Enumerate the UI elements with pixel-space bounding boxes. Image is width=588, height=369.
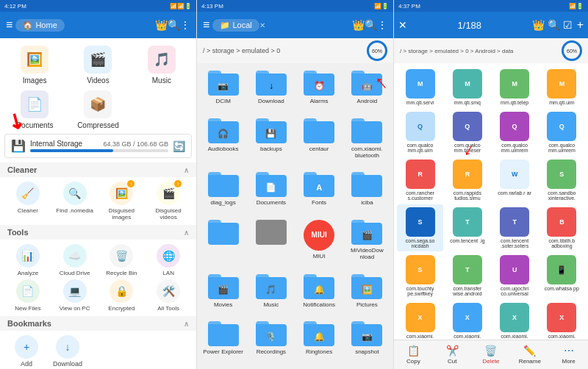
close-icon-p3[interactable]: ✕ bbox=[398, 19, 407, 31]
folder-mivideo-download[interactable]: 🎬 MiVideoDow nload bbox=[344, 217, 390, 270]
category-videos[interactable]: 🎬 Videos bbox=[69, 46, 126, 85]
home-tab-p1[interactable]: 🏠 Home bbox=[15, 19, 64, 32]
storage-circle-p2: 60% bbox=[367, 40, 387, 61]
tool-disguised-videos[interactable]: 🎬 ! Disguised videos bbox=[146, 182, 190, 221]
storage-refresh-icon[interactable]: 🔄 bbox=[173, 140, 185, 152]
rename-button-p3[interactable]: ✏️ Rename bbox=[510, 343, 549, 366]
app-com-transferwise[interactable]: T com.transfer wise.android bbox=[444, 252, 490, 299]
app-com-ranchers-icon: R bbox=[406, 160, 435, 189]
check-icon-p3[interactable]: ☑ bbox=[563, 19, 573, 31]
folder-download[interactable]: ↓ Download bbox=[248, 68, 294, 114]
app-com-xiaomi-bt-ov-label: com.xiaomi. bluetooth.ov bbox=[493, 334, 536, 340]
app-mm-qti-telep[interactable]: M mm.qti.telep bbox=[492, 66, 538, 108]
app-com-qualco-uim[interactable]: Q com.qualco mm.qti.uim bbox=[397, 109, 443, 156]
app-com-qualco-uimrem2[interactable]: Q com.qualco mm.uimrem bbox=[539, 109, 585, 156]
folder-backups-icon: 💾 bbox=[256, 118, 287, 143]
folder-notifications[interactable]: 🔔 Notifications bbox=[296, 271, 343, 318]
folder-centaur[interactable]: centaur bbox=[296, 115, 343, 168]
tool-lan[interactable]: 🌐 LAN bbox=[146, 244, 190, 276]
app-com-whatsapp[interactable]: 📱 com.whatsa pp bbox=[539, 252, 585, 299]
category-music[interactable]: 🎵 Music bbox=[133, 46, 190, 85]
tool-view-pc[interactable]: 💻 View on PC bbox=[53, 279, 97, 312]
app-com-xiaomi-cameratools[interactable]: X com.xiaomi. cameratools bbox=[539, 300, 585, 340]
folder-miui[interactable]: MIUI MIUI bbox=[296, 217, 343, 270]
app-com-qualco-uimrem1[interactable]: Q com.qualco mm.uimrem bbox=[492, 109, 538, 156]
app-com-rappids[interactable]: R com.rappids tudios.simu bbox=[444, 157, 490, 204]
folder-diag-logs[interactable]: diag_logs bbox=[200, 169, 246, 215]
folder-pictures[interactable]: 🖼️ Pictures bbox=[344, 271, 390, 318]
folder-movies[interactable]: 🎬 Movies bbox=[200, 271, 246, 318]
app-com-sandbox[interactable]: S com.sandbo xinteractive. bbox=[539, 157, 585, 204]
search-icon-p1[interactable]: 🔍 bbox=[168, 19, 180, 31]
local-tab-p2[interactable]: 📁 Local bbox=[212, 19, 259, 32]
tool-analyze[interactable]: 📊 Analyze bbox=[6, 244, 50, 276]
app-com-touchtype[interactable]: S com.touchty pe.swiftkey bbox=[397, 252, 443, 299]
crown-icon-p2[interactable]: 👑 bbox=[352, 19, 365, 31]
tool-find-nomedia[interactable]: 🔍 Find .nomedia bbox=[53, 182, 97, 221]
folder-audiobooks[interactable]: 🎧 Audiobooks bbox=[200, 115, 246, 168]
folder-iciba[interactable]: iciba bbox=[344, 169, 390, 215]
bookmark-download-btn[interactable]: ↓ Download bbox=[53, 335, 82, 368]
folder-music[interactable]: 🎵 Music bbox=[248, 271, 294, 318]
folder-dcim[interactable]: 📷 DCIM bbox=[200, 68, 246, 114]
folder-power-explorer-icon bbox=[208, 321, 239, 346]
crown-icon-p1[interactable]: 👑 bbox=[155, 19, 168, 31]
app-com-tencent-soter[interactable]: T com.tencent .soter.soters bbox=[492, 204, 538, 251]
bookmark-add-btn[interactable]: + Add bbox=[15, 335, 38, 368]
storage-icon: 💾 bbox=[11, 139, 26, 153]
app-com-xiaomi-bt-ov[interactable]: X com.xiaomi. bluetooth.ov bbox=[492, 300, 538, 340]
folder-recordings[interactable]: 🎙️ Recordings bbox=[248, 318, 294, 365]
category-images[interactable]: 🖼️ Images bbox=[6, 46, 63, 85]
folder-com-xiaomi-bt-icon bbox=[351, 118, 382, 143]
crown-icon-p3[interactable]: 👑 bbox=[532, 19, 545, 31]
folder-alarms[interactable]: ⏰ Alarms bbox=[296, 68, 343, 114]
folder-fonts[interactable]: A Fonts bbox=[296, 169, 343, 215]
counter-p3: 1/188 bbox=[410, 20, 529, 31]
search-icon-p2[interactable]: 🔍 bbox=[365, 19, 377, 31]
images-icon: 🖼️ bbox=[21, 46, 49, 74]
app-mm-qti-uim[interactable]: M mm.qti.uim bbox=[539, 66, 585, 108]
copy-button-p3[interactable]: 📋 Copy bbox=[394, 343, 433, 366]
more-label-p3: More bbox=[562, 358, 575, 365]
app-com-sega-sonic[interactable]: S com.sega.so nicdash bbox=[397, 204, 443, 251]
videos-label: Videos bbox=[87, 76, 109, 85]
search-icon-p3[interactable]: 🔍 bbox=[548, 19, 560, 31]
more-icon-p1[interactable]: ⋮ bbox=[180, 19, 190, 31]
tool-disguised-images[interactable]: 🖼️ ! Disguised images bbox=[100, 182, 144, 221]
folder-documents[interactable]: 📄 Documents bbox=[248, 169, 294, 215]
app-mm-qti-smq[interactable]: M mm.qti.smq bbox=[444, 66, 490, 108]
tool-new-files[interactable]: 📄 New Files bbox=[6, 279, 50, 312]
tool-cloud-drive[interactable]: ☁️ Cloud Drive bbox=[53, 244, 97, 276]
folder-com-xiaomi-bt[interactable]: com.xiaomi. bluetooth bbox=[344, 115, 390, 168]
app-com-xiaomi-bt[interactable]: X com.xiaomi. bluetooth bbox=[444, 300, 490, 340]
folder-unknown2[interactable] bbox=[248, 217, 294, 270]
folder-backups[interactable]: 💾 backups bbox=[248, 115, 294, 168]
category-compressed[interactable]: 📦 Compressed bbox=[69, 90, 126, 129]
folder-unknown1[interactable] bbox=[200, 217, 246, 270]
cleaner-grid: 🧹 Cleaner 🔍 Find .nomedia 🖼️ ! Disguised… bbox=[0, 177, 196, 225]
add-icon-p3[interactable]: + bbox=[577, 18, 584, 32]
tool-encrypted[interactable]: 🔒 Encrypted bbox=[100, 279, 144, 312]
analyze-icon: 📊 bbox=[16, 244, 40, 268]
close-tab-icon-p2[interactable]: ✕ bbox=[259, 21, 265, 29]
folder-power-explorer[interactable]: Power Explorer bbox=[200, 318, 246, 365]
more-icon-p2[interactable]: ⋮ bbox=[377, 19, 387, 31]
app-com-xiaomi-account[interactable]: X com.xiaomi. account bbox=[397, 300, 443, 340]
folder-ringtones[interactable]: 🔔 Ringtones bbox=[296, 318, 343, 365]
app-com-ranchers[interactable]: R com.rancher s.customer bbox=[397, 157, 443, 204]
app-com-qualco-uimrem2-label: com.qualco mm.uimrem bbox=[540, 143, 583, 153]
delete-button-p3[interactable]: 🗑️ Delete bbox=[472, 343, 511, 366]
tool-recycle-bin[interactable]: 🗑️ Recycle Bin bbox=[100, 244, 144, 276]
tool-cleaner[interactable]: 🧹 Cleaner bbox=[6, 182, 50, 221]
app-com-rarlab[interactable]: W com.rarlab.r ar bbox=[492, 157, 538, 204]
app-com-ugochri[interactable]: U com.ugochri co.universal bbox=[492, 252, 538, 299]
folder-snapshot[interactable]: 📷 snapshot bbox=[344, 318, 390, 365]
menu-icon-p1[interactable]: ≡ bbox=[6, 18, 12, 32]
cut-button-p3[interactable]: ✂️ Cut bbox=[433, 343, 472, 366]
app-com-tencent-ig[interactable]: T com.tencent .ig bbox=[444, 204, 490, 251]
app-com-tibith[interactable]: B com.tibith.b adboxing bbox=[539, 204, 585, 251]
more-button-p3[interactable]: ⋯ More bbox=[549, 343, 588, 366]
tool-all-tools[interactable]: 🛠️ All Tools bbox=[146, 279, 190, 312]
menu-icon-p2[interactable]: ≡ bbox=[203, 18, 209, 32]
app-mm-qti-servi[interactable]: M mm.qti.servi bbox=[397, 66, 443, 108]
